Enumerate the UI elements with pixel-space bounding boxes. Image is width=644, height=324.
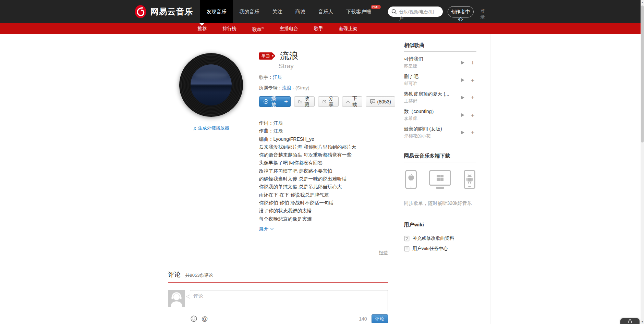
lyrics-line: 你的语音越来越陌生 每次重听都感觉有一些 (259, 151, 395, 159)
similar-song-title[interactable]: 最美的瞬间 (女版) (404, 126, 442, 132)
comments-header: 评论 共8053条评论 (168, 270, 388, 283)
album-suffix: - (Stray) (291, 85, 309, 90)
comment-composer: @ 140 评论 (168, 290, 388, 323)
hot-badge: HOT (371, 5, 381, 9)
lyrics-line: 雨还在下 在下 你说我总是脾气差 (259, 191, 395, 199)
subnav-radio[interactable]: 主播电台 (280, 23, 298, 34)
favorite-button[interactable]: 收藏 (294, 96, 315, 107)
add-icon[interactable]: + (471, 129, 474, 136)
chevron-down-icon (270, 228, 274, 230)
artist-link[interactable]: 江辰 (273, 75, 282, 80)
subnav-new-album[interactable]: 新碟上架 (339, 23, 357, 34)
scrollbar-up-arrow-icon[interactable]: ▲ (641, 1, 644, 3)
similar-song-artist[interactable]: 郁可唯 (404, 80, 418, 87)
album-label: 所属专辑： (259, 85, 282, 90)
lyrics-line: 作词：江辰 (259, 119, 395, 127)
search-placeholder: 音乐/视频/电台/用户 (399, 9, 435, 22)
device-icons (404, 170, 476, 189)
expand-lyrics-link[interactable]: 展开 (259, 226, 274, 232)
scrollbar-down-arrow-icon[interactable]: ▼ (641, 321, 644, 323)
creator-center-button[interactable]: 创作者中心 (448, 6, 474, 17)
subnav-playlist-label: 歌单 (252, 27, 262, 32)
add-icon[interactable]: + (471, 77, 474, 84)
subnav-playlist[interactable]: 歌单® (252, 23, 264, 35)
comments-count: 共8053条评论 (185, 272, 213, 278)
top-navbar: 网易云音乐 发现音乐 我的音乐 关注 商城 音乐人 下载客户端 HOT 音乐/视… (0, 0, 644, 23)
add-icon[interactable]: + (471, 95, 474, 101)
similar-song-title[interactable]: 可惜我们 (404, 56, 423, 62)
login-link[interactable]: 登录 (481, 8, 486, 20)
similar-song-artist[interactable]: 王赫野 (404, 98, 449, 104)
play-icon[interactable] (461, 61, 464, 64)
download-button[interactable]: 下载 (342, 96, 362, 107)
lyrics: 作词：江辰 作曲：江辰 编曲：Lyoung/FRESH_ye 后来我没找到那片海… (259, 119, 395, 223)
emoji-icon[interactable] (191, 315, 197, 322)
scrollbar-thumb[interactable] (641, 5, 644, 142)
similar-song-artist[interactable]: 弹棉花的小花 (404, 133, 442, 139)
pc-icon[interactable] (429, 170, 451, 189)
generate-outer-player-link[interactable]: ♫ 生成外链播放器 (168, 125, 254, 131)
nav-tab-mall[interactable]: 商城 (289, 0, 312, 23)
wiki-task-center-link[interactable]: 用户wiki任务中心 (404, 246, 476, 252)
nav-tab-musician[interactable]: 音乐人 (312, 0, 340, 23)
search-input[interactable]: 音乐/视频/电台/用户 (388, 7, 443, 17)
page-scrollbar[interactable]: ▲ ▼ (641, 0, 644, 324)
nav-tab-download-client[interactable]: 下载客户端 HOT (340, 0, 378, 23)
doc-list-icon (404, 246, 410, 252)
play-icon[interactable] (461, 78, 464, 82)
android-icon[interactable] (464, 170, 475, 189)
submit-comment-button[interactable]: 评论 (372, 314, 388, 323)
netease-logo-icon (134, 5, 147, 18)
registered-mark: ® (262, 26, 264, 30)
comment-input[interactable] (190, 290, 388, 311)
comment-count-button[interactable]: (8053) (366, 96, 395, 107)
similar-song-row: 可惜我们 苏星婕 + (404, 56, 476, 69)
similar-song-title[interactable]: 热铁皮房顶的夏天 (... (404, 91, 449, 97)
share-label: 分享 (328, 96, 334, 108)
expand-label: 展开 (259, 226, 269, 232)
search-icon (391, 9, 397, 14)
subnav-rank[interactable]: 排行榜 (223, 23, 237, 34)
nav-tab-follow[interactable]: 关注 (266, 0, 289, 23)
share-icon (322, 99, 326, 104)
unlock-icon (628, 319, 632, 323)
wiki-edit-song-link[interactable]: 补充或修改歌曲资料 (404, 235, 476, 241)
add-to-playlist-button[interactable]: + (282, 96, 291, 107)
single-type-badge: 单曲 (259, 52, 272, 60)
mention-icon[interactable]: @ (202, 315, 208, 322)
iphone-icon[interactable] (405, 170, 417, 189)
player-lock-tab[interactable] (620, 318, 640, 324)
report-error-link[interactable]: 报错 (379, 250, 388, 255)
comment-bubble-icon (370, 99, 376, 104)
album-link[interactable]: 流浪 (282, 85, 291, 90)
creator-center-label: 创作者中心 (450, 8, 471, 23)
play-button[interactable]: 播放 (259, 96, 282, 107)
play-icon[interactable] (461, 131, 464, 134)
nav-tab-my-music[interactable]: 我的音乐 (233, 0, 266, 23)
similar-song-row: 最美的瞬间 (女版) 弹棉花的小花 + (404, 126, 476, 139)
outer-player-label: 生成外链播放器 (198, 125, 229, 131)
download-icon (346, 99, 350, 104)
main-column: ♫ 生成外链播放器 单曲 流浪 Stray 歌手：江辰 所属专辑：流浪 - (S… (154, 34, 398, 324)
folder-add-icon (298, 99, 302, 104)
brand-title: 网易云音乐 (150, 6, 193, 17)
add-icon[interactable]: + (471, 112, 474, 119)
download-caption: 同步歌单，随时畅听320k好音乐 (404, 199, 474, 207)
nav-tab-discover[interactable]: 发现音乐 (200, 0, 233, 23)
similar-song-title[interactable]: 数（counting） (404, 109, 437, 115)
play-icon[interactable] (461, 113, 464, 117)
subnav-artist[interactable]: 歌手 (314, 23, 323, 34)
similar-song-artist[interactable]: 苏星婕 (404, 63, 423, 69)
badge-dot (272, 55, 274, 57)
lyrics-line: 的确怪我当时太傻 总是一味的说出难听话 (259, 175, 395, 183)
similar-song-artist[interactable]: 李希侃 (404, 115, 437, 122)
lyrics-line: 作曲：江辰 (259, 127, 395, 135)
play-icon[interactable] (461, 96, 464, 99)
app-logo[interactable]: 网易云音乐 (134, 0, 193, 23)
album-cover-image (191, 64, 232, 105)
add-icon[interactable]: + (471, 60, 474, 66)
comment-count-label: (8053) (377, 99, 391, 104)
similar-song-title[interactable]: 删了吧 (404, 74, 418, 80)
share-button[interactable]: 分享 (318, 96, 339, 107)
multi-client-download-title: 网易云音乐多端下载 (404, 153, 476, 162)
